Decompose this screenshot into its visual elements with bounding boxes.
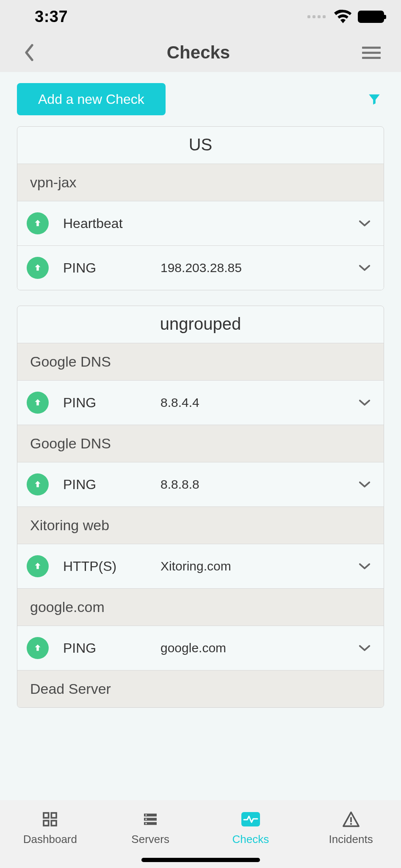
svg-point-8: [145, 818, 147, 820]
subgroup-header[interactable]: vpn-jax: [17, 164, 384, 201]
subgroup-header[interactable]: google.com: [17, 588, 384, 626]
incidents-icon: [342, 810, 360, 829]
content-area: Add a new Check US vpn-jax Heartbeat PIN…: [0, 72, 401, 800]
status-icons: [307, 10, 384, 23]
check-row[interactable]: HTTP(S) Xitoring.com: [17, 544, 384, 588]
add-check-button[interactable]: Add a new Check: [17, 83, 166, 115]
back-button[interactable]: [24, 44, 35, 61]
group-title: US: [17, 127, 384, 164]
check-row[interactable]: Heartbeat: [17, 201, 384, 245]
status-up-icon: [27, 637, 49, 659]
status-bar: 3:37: [0, 0, 401, 33]
chevron-down-icon[interactable]: [358, 219, 371, 228]
svg-point-7: [145, 814, 147, 815]
check-row[interactable]: PING 8.8.8.8: [17, 462, 384, 506]
group-title: ungrouped: [17, 306, 384, 343]
check-type: PING: [63, 395, 160, 411]
check-target: 8.8.8.8: [160, 477, 358, 492]
check-type: PING: [63, 640, 160, 656]
check-type: PING: [63, 260, 160, 276]
tab-servers[interactable]: Servers: [100, 800, 201, 855]
cell-signal-icon: [307, 15, 326, 18]
group-card: US vpn-jax Heartbeat PING 198.203.28.85: [17, 126, 384, 290]
filter-icon[interactable]: [367, 92, 384, 107]
check-target: Xitoring.com: [160, 559, 358, 573]
check-row[interactable]: PING 198.203.28.85: [17, 245, 384, 290]
nav-header: Checks: [0, 33, 401, 72]
check-row[interactable]: PING google.com: [17, 626, 384, 670]
svg-point-12: [350, 823, 351, 824]
chevron-down-icon[interactable]: [358, 480, 371, 489]
check-type: PING: [63, 477, 160, 492]
tab-incidents[interactable]: Incidents: [301, 800, 401, 855]
svg-point-9: [145, 823, 147, 824]
wifi-icon: [334, 10, 352, 23]
status-up-icon: [27, 212, 49, 234]
top-actions: Add a new Check: [17, 83, 384, 115]
check-target: 8.8.4.4: [160, 395, 358, 410]
check-row[interactable]: PING 8.8.4.4: [17, 380, 384, 425]
tab-dashboard[interactable]: Dashboard: [0, 800, 100, 855]
status-time: 3:37: [35, 8, 68, 26]
status-up-icon: [27, 257, 49, 279]
status-up-icon: [27, 392, 49, 414]
home-indicator[interactable]: [141, 858, 260, 862]
group-card: ungrouped Google DNS PING 8.8.4.4 Google…: [17, 306, 384, 708]
page-title: Checks: [167, 42, 230, 63]
chevron-down-icon[interactable]: [358, 644, 371, 652]
subgroup-header[interactable]: Xitoring web: [17, 506, 384, 544]
check-target: 198.203.28.85: [160, 261, 358, 275]
menu-button[interactable]: [362, 47, 381, 59]
status-up-icon: [27, 473, 49, 495]
check-type: Heartbeat: [63, 216, 160, 231]
subgroup-header[interactable]: Dead Server: [17, 670, 384, 707]
tab-label: Incidents: [329, 833, 373, 846]
chevron-down-icon[interactable]: [358, 264, 371, 272]
tab-label: Checks: [232, 833, 269, 846]
dashboard-icon: [41, 810, 58, 829]
check-target: google.com: [160, 641, 358, 655]
subgroup-header[interactable]: Google DNS: [17, 425, 384, 462]
chevron-down-icon[interactable]: [358, 562, 371, 570]
subgroup-header[interactable]: Google DNS: [17, 343, 384, 380]
check-type: HTTP(S): [63, 559, 160, 574]
tab-label: Servers: [131, 833, 169, 846]
checks-icon: [241, 810, 260, 829]
tab-label: Dashboard: [23, 833, 77, 846]
status-up-icon: [27, 555, 49, 577]
servers-icon: [142, 810, 159, 829]
tab-checks[interactable]: Checks: [201, 800, 301, 855]
battery-icon: [358, 11, 384, 23]
chevron-down-icon[interactable]: [358, 398, 371, 407]
